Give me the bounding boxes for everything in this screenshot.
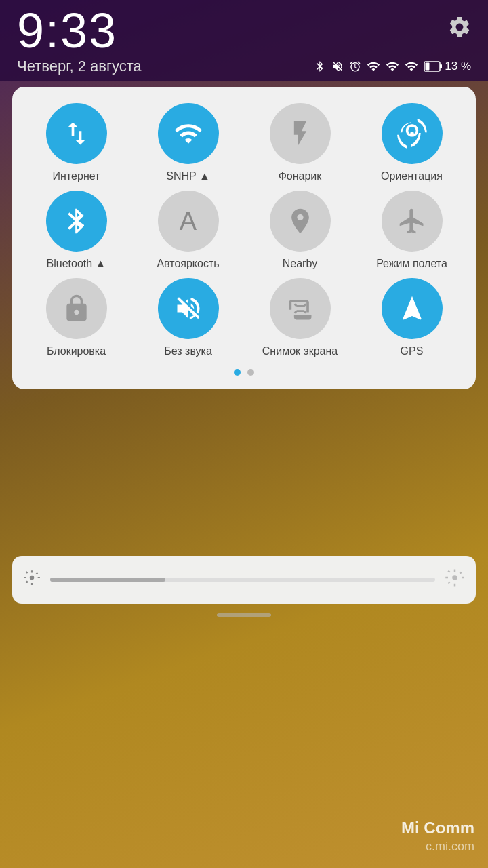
toggle-flashlight-circle bbox=[270, 103, 331, 164]
page-dots bbox=[23, 369, 465, 376]
date-display: Четверг, 2 августа bbox=[17, 58, 142, 75]
toggle-flashlight-label: Фонарик bbox=[279, 170, 322, 182]
clock: 9:33 bbox=[17, 6, 117, 55]
toggle-gps-circle bbox=[382, 278, 443, 339]
toggle-airplane[interactable]: Режим полета bbox=[359, 191, 465, 270]
toggle-bluetooth[interactable]: Bluetooth ▲ bbox=[23, 191, 129, 270]
toggle-gps[interactable]: GPS bbox=[359, 278, 465, 357]
signal1-status-icon bbox=[367, 59, 380, 74]
toggle-grid: Интернет SNHP ▲ Фонарик bbox=[23, 103, 465, 358]
watermark-title: Mi Comm bbox=[401, 817, 474, 838]
mute-status-icon bbox=[331, 59, 344, 74]
status-bar: 9:33 Четверг, 2 августа bbox=[0, 0, 488, 81]
toggle-bluetooth-circle bbox=[46, 191, 107, 252]
toggle-wifi-circle bbox=[158, 103, 219, 164]
toggle-nearby[interactable]: Nearby bbox=[247, 191, 353, 270]
brightness-fill bbox=[50, 578, 165, 582]
brightness-panel bbox=[12, 556, 476, 604]
autobrightness-icon: A bbox=[180, 207, 197, 236]
internet-icon bbox=[62, 119, 92, 149]
toggle-wifi-label: SNHP ▲ bbox=[166, 170, 209, 182]
toggle-screenshot[interactable]: Снимок экрана bbox=[247, 278, 353, 357]
quick-settings-panel: Интернет SNHP ▲ Фонарик bbox=[12, 87, 476, 389]
toggle-autobrightness-label: Автояркость bbox=[157, 257, 219, 270]
toggle-internet[interactable]: Интернет bbox=[23, 103, 129, 182]
svg-point-3 bbox=[410, 132, 414, 136]
gear-icon bbox=[447, 15, 472, 39]
silent-icon bbox=[174, 294, 203, 323]
toggle-wifi[interactable]: SNHP ▲ bbox=[135, 103, 241, 182]
brightness-slider[interactable] bbox=[50, 578, 435, 582]
signal2-status-icon bbox=[386, 59, 399, 74]
toggle-bluetooth-label: Bluetooth ▲ bbox=[47, 257, 106, 270]
brightness-max-icon bbox=[445, 568, 465, 593]
toggle-autobrightness-circle: A bbox=[158, 191, 219, 252]
flashlight-icon bbox=[285, 119, 315, 149]
toggle-orientation[interactable]: Ориентация bbox=[359, 103, 465, 182]
toggle-orientation-circle bbox=[382, 103, 443, 164]
toggle-lock-label: Блокировка bbox=[47, 344, 106, 357]
toggle-flashlight[interactable]: Фонарик bbox=[247, 103, 353, 182]
airplane-icon bbox=[397, 206, 427, 236]
bluetooth-status-icon bbox=[314, 59, 326, 74]
toggle-orientation-label: Ориентация bbox=[381, 170, 443, 182]
toggle-lock[interactable]: Блокировка bbox=[23, 278, 129, 357]
status-icons: 13 % bbox=[314, 59, 471, 74]
toggle-airplane-label: Режим полета bbox=[376, 257, 447, 270]
toggle-screenshot-circle bbox=[270, 278, 331, 339]
settings-button[interactable] bbox=[445, 12, 474, 42]
toggle-internet-circle bbox=[46, 103, 107, 164]
battery-icon: 13 % bbox=[424, 60, 471, 73]
wifi-status-icon bbox=[405, 59, 418, 74]
battery-percentage: 13 % bbox=[445, 60, 471, 73]
toggle-airplane-circle bbox=[382, 191, 443, 252]
bluetooth-toggle-icon bbox=[62, 206, 92, 236]
toggle-screenshot-label: Снимок экрана bbox=[262, 344, 338, 357]
brightness-min-icon bbox=[23, 569, 41, 591]
watermark: Mi Comm c.mi.com bbox=[401, 817, 474, 854]
lock-icon bbox=[62, 294, 92, 323]
watermark-url: c.mi.com bbox=[401, 839, 474, 854]
toggle-internet-label: Интернет bbox=[53, 170, 100, 182]
drag-handle[interactable] bbox=[217, 613, 271, 617]
gps-icon bbox=[397, 294, 427, 323]
toggle-silent-circle bbox=[158, 278, 219, 339]
toggle-lock-circle bbox=[46, 278, 107, 339]
toggle-silent-label: Без звука bbox=[164, 344, 212, 357]
toggle-nearby-label: Nearby bbox=[283, 257, 318, 270]
toggle-silent[interactable]: Без звука bbox=[135, 278, 241, 357]
toggle-nearby-circle bbox=[270, 191, 331, 252]
wifi-toggle-icon bbox=[174, 119, 203, 149]
dot-2[interactable] bbox=[247, 369, 254, 376]
toggle-gps-label: GPS bbox=[401, 344, 424, 357]
alarm-status-icon bbox=[349, 59, 361, 74]
svg-rect-1 bbox=[426, 63, 430, 71]
nearby-icon bbox=[285, 206, 315, 236]
orientation-icon bbox=[397, 119, 427, 149]
screenshot-icon bbox=[285, 294, 315, 323]
dot-1[interactable] bbox=[234, 369, 241, 376]
toggle-autobrightness[interactable]: A Автояркость bbox=[135, 191, 241, 270]
svg-rect-2 bbox=[440, 64, 442, 68]
